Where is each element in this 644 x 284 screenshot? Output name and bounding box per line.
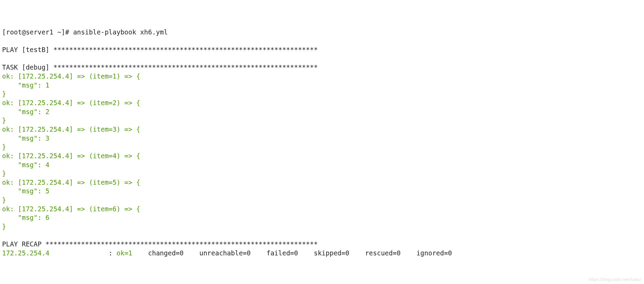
recap-host: 172.25.254.4 [2,249,109,257]
task-item-msg: "msg": 4 [2,161,49,169]
task-divider: ****************************************… [53,63,318,71]
task-item-close: } [2,116,6,124]
command-text: ansible-playbook xh6.yml [73,28,168,36]
watermark-text: https://blog.csdn.net/Aaloz [589,276,641,283]
task-item-open: ok: [172.25.254.4] => (item=2) => { [2,99,140,106]
recap-ok: ok=1 [117,249,132,257]
task-item-open: ok: [172.25.254.4] => (item=3) => { [2,125,140,133]
task-item-open: ok: [172.25.254.4] => (item=6) => { [2,205,140,213]
task-item-close: } [2,170,6,177]
terminal-output: [root@server1 ~]# ansible-playbook xh6.y… [2,28,642,258]
task-item-msg: "msg": 5 [2,187,49,195]
task-item-close: } [2,196,6,204]
task-item-close: } [2,90,6,98]
play-divider: ****************************************… [53,46,318,53]
task-item-open: ok: [172.25.254.4] => (item=4) => { [2,152,140,160]
task-item-msg: "msg": 2 [2,108,49,115]
recap-counts: changed=0 unreachable=0 failed=0 skipped… [144,249,452,257]
task-item-msg: "msg": 3 [2,134,49,142]
recap-divider: ****************************************… [46,240,318,248]
shell-prompt: [root@server1 ~]# [2,28,73,36]
recap-pad [132,249,144,257]
recap-header: PLAY RECAP [2,240,46,248]
play-header: PLAY [testB] [2,46,53,53]
task-item-close: } [2,223,6,230]
task-item-msg: "msg": 1 [2,81,49,89]
task-item-close: } [2,143,6,151]
task-header: TASK [debug] [2,63,53,71]
recap-sep: : [109,249,117,257]
task-item-open: ok: [172.25.254.4] => (item=1) => { [2,72,140,80]
task-item-open: ok: [172.25.254.4] => (item=5) => { [2,179,140,186]
task-item-msg: "msg": 6 [2,214,49,221]
